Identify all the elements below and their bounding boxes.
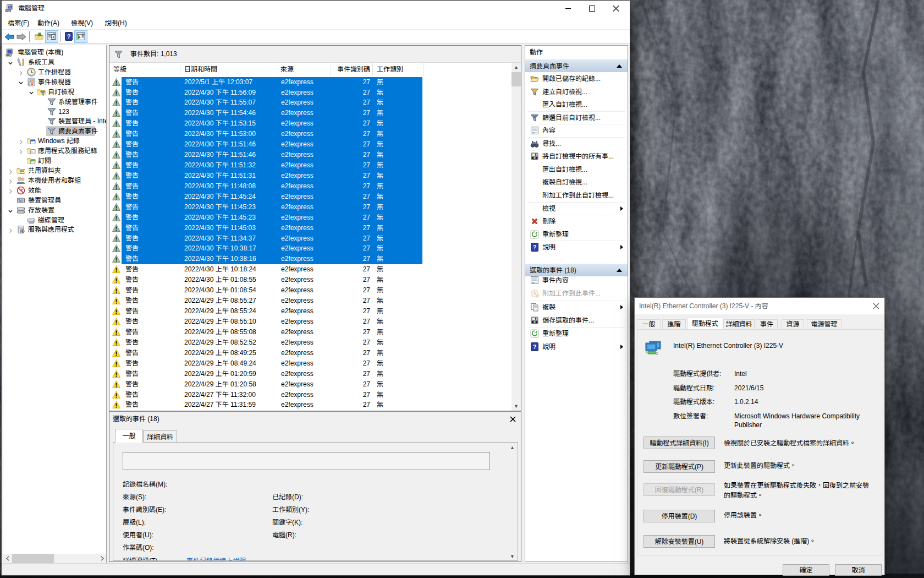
- svg-text:?: ?: [533, 244, 537, 250]
- svg-text:?: ?: [67, 33, 71, 40]
- svg-text:?: ?: [533, 343, 537, 350]
